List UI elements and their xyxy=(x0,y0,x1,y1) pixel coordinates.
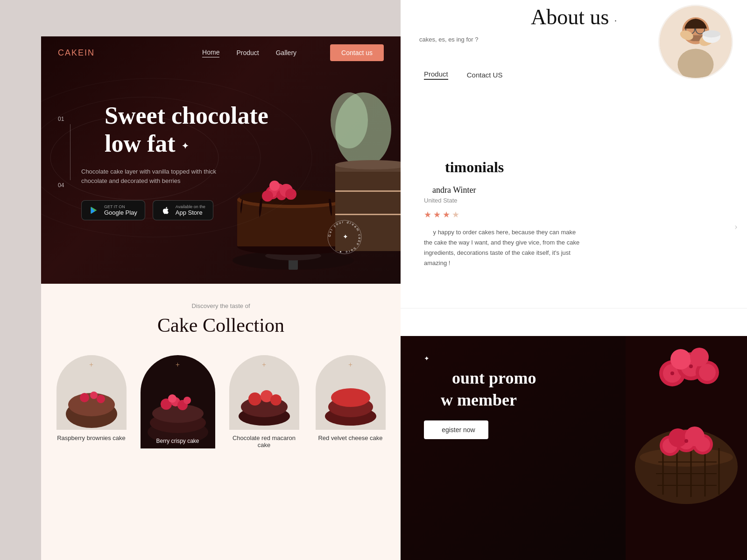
nav-home[interactable]: Home xyxy=(202,49,219,57)
right-panel: About us · cakes, es, es ing for ? Produ… xyxy=(401,0,747,560)
navbar: CAKEIN Home Product Gallery Contact us xyxy=(41,36,401,69)
avatar-person xyxy=(660,6,732,78)
logo: CAKEIN xyxy=(58,48,95,58)
star-2: ★ xyxy=(433,210,441,220)
slide-line xyxy=(70,124,70,180)
promo-star: ✦ xyxy=(424,355,724,363)
svg-point-39 xyxy=(168,394,176,403)
svg-point-30 xyxy=(80,393,89,402)
svg-text:✦: ✦ xyxy=(343,233,348,240)
testimonials-title: Testimonials xyxy=(424,159,724,176)
google-play-button[interactable]: GET IT ON Google Play xyxy=(81,200,145,220)
cake-card-img-3: + xyxy=(229,355,299,430)
cake-cards-container: + Raspberry brownies cake + xyxy=(41,355,401,448)
cake-card-label-2: Berry crispy cake xyxy=(141,433,215,448)
next-review-arrow[interactable]: › xyxy=(734,220,738,232)
collection-title: Cake Collection xyxy=(157,314,284,336)
cake-card-2[interactable]: + Berry crispy cake xyxy=(139,355,216,448)
cake-card-1[interactable]: + Raspberry brownies cake xyxy=(53,355,130,448)
reviewer-country: United State xyxy=(424,197,724,204)
slide-number-end: 04 xyxy=(58,182,64,189)
google-play-text: GET IT ON Google Play xyxy=(104,204,137,216)
cake-card-img-1: + xyxy=(56,355,127,430)
apple-icon xyxy=(161,205,171,216)
reviewer-name: Alandra Winter xyxy=(424,185,724,195)
nav-contact-right[interactable]: Contact US xyxy=(467,71,503,79)
nav-product[interactable]: Product xyxy=(236,49,259,56)
star-rating: ★ ★ ★ ★ xyxy=(424,210,724,220)
hero-description: Chocolate cake layer with vanilla topped… xyxy=(81,167,221,187)
star-decoration: ✦ xyxy=(182,141,189,151)
star-3: ★ xyxy=(443,210,450,220)
promo-section: ✦ discount promo new member Register now xyxy=(401,336,747,560)
logo-text-part2: IN xyxy=(85,48,95,57)
avatar-circle xyxy=(658,5,733,79)
about-title: About us · xyxy=(531,5,617,29)
contact-button[interactable]: Contact us xyxy=(330,44,384,61)
svg-point-45 xyxy=(270,394,282,406)
cake-card-img-2: + Berry crispy cake xyxy=(141,355,215,448)
cake-card-name-1: Raspberry brownies cake xyxy=(57,434,126,441)
secondary-nav: Product Contact US xyxy=(424,70,502,80)
app-store-button[interactable]: Available on the App Store xyxy=(153,200,213,220)
cake-card-img-4: + xyxy=(316,355,386,430)
google-play-label-large: Google Play xyxy=(104,209,137,216)
svg-point-43 xyxy=(248,392,261,406)
logo-text-part1: CAKE xyxy=(58,48,85,57)
app-buttons: GET IT ON Google Play Available on the A… xyxy=(81,200,401,220)
main-site: CAKEIN Home Product Gallery Contact us 0… xyxy=(41,36,401,560)
cake-card-name-4: Red velvet cheese cake xyxy=(318,434,382,441)
svg-point-32 xyxy=(97,395,105,403)
svg-point-48 xyxy=(331,388,370,407)
testimonials-section: Testimonials Alandra Winter United State… xyxy=(401,145,747,308)
hero-content: 01 04 Sweet chocolate low fat ✦ Chocolat… xyxy=(58,74,401,220)
collection-section: Discovery the taste of Cake Collection +… xyxy=(41,284,401,560)
hero-title: Sweet chocolate low fat ✦ xyxy=(105,102,401,158)
google-play-icon xyxy=(89,205,99,216)
star-1: ★ xyxy=(424,210,431,220)
hero-title-line1: Sweet chocolate xyxy=(105,102,268,129)
review-text: Very happy to order cakes here, because … xyxy=(424,227,583,268)
google-play-label-small: GET IT ON xyxy=(104,204,137,209)
collection-subtitle: Discovery the taste of xyxy=(192,302,250,309)
about-section: About us · cakes, es, es ing for ? Produ… xyxy=(401,0,747,135)
svg-point-40 xyxy=(183,397,191,404)
cake-card-4[interactable]: + Red velvet cheese cake xyxy=(312,355,389,448)
nav-links: Home Product Gallery Contact us xyxy=(202,44,384,61)
slide-number-start: 01 xyxy=(58,116,64,122)
app-store-label-large: App Store xyxy=(176,209,205,216)
promo-register-button[interactable]: Register now xyxy=(424,420,488,439)
divider xyxy=(401,308,747,308)
promo-content: ✦ discount promo new member Register now xyxy=(401,336,747,458)
hero-title-line2: low fat xyxy=(105,130,176,157)
promo-title: discount promo new member xyxy=(424,367,724,411)
app-store-label-small: Available on the xyxy=(176,204,205,209)
hero-title-block: Sweet chocolate low fat ✦ xyxy=(81,102,401,158)
star-half: ★ xyxy=(452,210,459,220)
app-store-text: Available on the App Store xyxy=(176,204,205,216)
nav-product-right[interactable]: Product xyxy=(424,70,448,80)
cake-card-name-3: Chocolate red macaron cake xyxy=(226,434,303,448)
nav-gallery[interactable]: Gallery xyxy=(276,49,296,56)
svg-point-31 xyxy=(90,392,98,399)
circular-badge: Get your dream cake here ✦ ✦ xyxy=(326,218,363,256)
svg-point-58 xyxy=(702,30,720,37)
cake-card-3[interactable]: + Chocolate red macaron cake xyxy=(226,355,303,448)
